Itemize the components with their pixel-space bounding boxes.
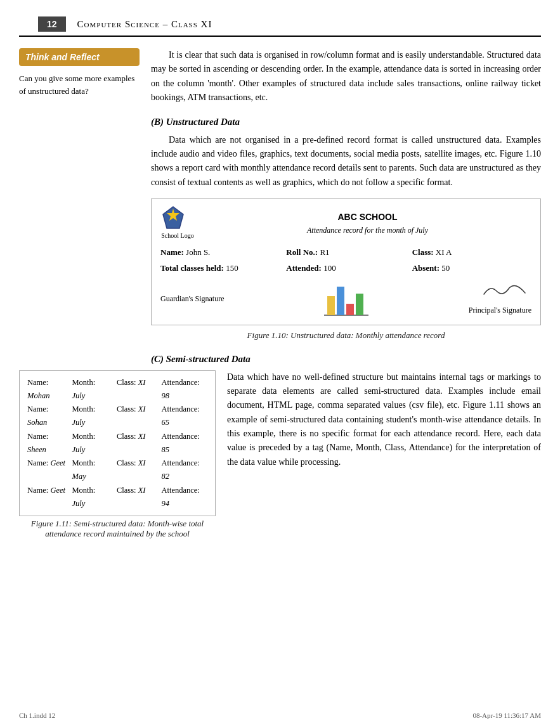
bar-2 <box>337 287 344 315</box>
roll-label: Roll No.: <box>286 247 318 257</box>
school-subtitle: Attendance record for the month of July <box>204 224 531 237</box>
bar-chart <box>321 283 372 318</box>
semi-cell: Attendance: 82 <box>161 457 207 484</box>
footer-left: Ch 1.indd 12 <box>19 712 55 719</box>
semi-cell: Attendance: 94 <box>161 484 207 511</box>
left-sidebar: Think and Reflect Can you give some more… <box>19 48 140 370</box>
bar-4 <box>356 294 363 315</box>
main-text: It is clear that such data is organised … <box>151 48 541 370</box>
think-reflect-box: Think and Reflect <box>19 48 140 66</box>
total-value: 150 <box>226 263 238 273</box>
attended-value: 100 <box>323 263 336 273</box>
section-b-para: Data which are not organised in a pre-de… <box>151 133 541 190</box>
figure-row-1: Name: John S. Roll No.: R1 Class: XI A <box>160 246 531 259</box>
total-label: Total classes held: <box>160 263 224 273</box>
semi-structured-row: Name: GeetMonth: MayClass: XIAttendance:… <box>27 457 207 484</box>
section-c-heading: (C) Semi-structured Data <box>151 351 541 367</box>
semi-cell: Class: XI <box>117 376 155 403</box>
name-label: Name: <box>160 247 184 257</box>
figure-attended-cell: Attended: 100 <box>286 262 405 275</box>
semi-structured-row: Name: GeetMonth: JulyClass: XIAttendance… <box>27 484 207 511</box>
think-reflect-content: Can you give some more examples of unstr… <box>19 72 140 97</box>
absent-value: 50 <box>441 263 450 273</box>
class-label: Class: <box>412 247 434 257</box>
roll-value: R1 <box>320 247 329 257</box>
school-logo-icon <box>160 205 186 231</box>
content-area: Think and Reflect Can you give some more… <box>19 48 541 370</box>
figure-1-10-box: School Logo ABC SCHOOL Attendance record… <box>151 198 541 325</box>
semi-cell: Month: July <box>72 430 110 457</box>
semi-cell: Name: Geet <box>27 457 65 484</box>
school-logo-label: School Logo <box>161 231 193 241</box>
figure-bottom-row: Guardian's Signature P <box>160 280 531 318</box>
section-c-text: Data which have no well-defined structur… <box>227 370 541 540</box>
footer-right: 08-Apr-19 11:36:17 AM <box>472 712 541 719</box>
semi-cell: Class: XI <box>117 430 155 457</box>
figure-row-2: Total classes held: 150 Attended: 100 Ab… <box>160 262 531 275</box>
principal-sig-label: Principal's Signature <box>449 304 531 316</box>
semi-cell: Attendance: 85 <box>161 430 207 457</box>
principal-signature-area: Principal's Signature <box>449 282 531 316</box>
principal-sig-scrawl <box>449 282 531 304</box>
semi-cell: Name: Sohan <box>27 403 65 430</box>
figure-1-11-caption: Figure 1.11: Semi-structured data: Month… <box>19 519 216 539</box>
semi-cell: Class: XI <box>117 457 155 484</box>
section-b-heading: (B) Unstructured Data <box>151 114 541 129</box>
section-c-para: Data which have no well-defined structur… <box>227 370 541 470</box>
attended-label: Attended: <box>286 263 322 273</box>
semi-structured-row: Name: SheenMonth: JulyClass: XIAttendanc… <box>27 430 207 457</box>
semi-cell: Attendance: 65 <box>161 403 207 430</box>
figure-total-cell: Total classes held: 150 <box>160 262 280 275</box>
semi-cell: Month: July <box>72 484 110 511</box>
semi-cell: Attendance: 98 <box>161 376 207 403</box>
page-footer: Ch 1.indd 12 08-Apr-19 11:36:17 AM <box>19 712 541 719</box>
figure-name-cell: Name: John S. <box>160 246 280 259</box>
bottom-content: Name: MohanMonth: JulyClass: XIAttendanc… <box>19 370 541 540</box>
semi-cell: Name: Geet <box>27 484 65 511</box>
left-bottom-area: Name: MohanMonth: JulyClass: XIAttendanc… <box>19 370 216 540</box>
think-reflect-title: Think and Reflect <box>25 52 133 62</box>
semi-structured-row: Name: SohanMonth: JulyClass: XIAttendanc… <box>27 403 207 430</box>
class-value: XI A <box>436 247 452 257</box>
page-number: 12 <box>38 16 66 32</box>
semi-cell: Month: May <box>72 457 110 484</box>
name-value: John S. <box>186 247 210 257</box>
page-title: Computer Science – Class XI <box>77 19 212 30</box>
absent-label: Absent: <box>412 263 440 273</box>
semi-cell: Month: July <box>72 403 110 430</box>
school-name-block: ABC SCHOOL Attendance record for the mon… <box>204 210 531 237</box>
school-logo-area: School Logo <box>160 205 195 241</box>
semi-structured-row: Name: MohanMonth: JulyClass: XIAttendanc… <box>27 376 207 403</box>
figure-roll-cell: Roll No.: R1 <box>286 246 405 259</box>
page-header: 12 Computer Science – Class XI <box>19 13 541 37</box>
structured-para: It is clear that such data is organised … <box>151 48 541 105</box>
guardian-signature: Guardian's Signature <box>160 293 243 305</box>
semi-cell: Class: XI <box>117 403 155 430</box>
figure-absent-cell: Absent: 50 <box>412 262 531 275</box>
figure-1-10-caption: Figure 1.10: Unstructured data: Monthly … <box>151 329 541 342</box>
semi-cell: Name: Sheen <box>27 430 65 457</box>
figure-school-header: School Logo ABC SCHOOL Attendance record… <box>160 205 531 241</box>
semi-structured-box: Name: MohanMonth: JulyClass: XIAttendanc… <box>19 370 216 517</box>
bar-1 <box>327 296 335 315</box>
bar-3 <box>346 304 354 315</box>
school-name: ABC SCHOOL <box>204 210 531 224</box>
semi-cell: Name: Mohan <box>27 376 65 403</box>
semi-cell: Month: July <box>72 376 110 403</box>
chart-area <box>243 280 449 318</box>
semi-cell: Class: XI <box>117 484 155 511</box>
figure-class-cell: Class: XI A <box>412 246 531 259</box>
